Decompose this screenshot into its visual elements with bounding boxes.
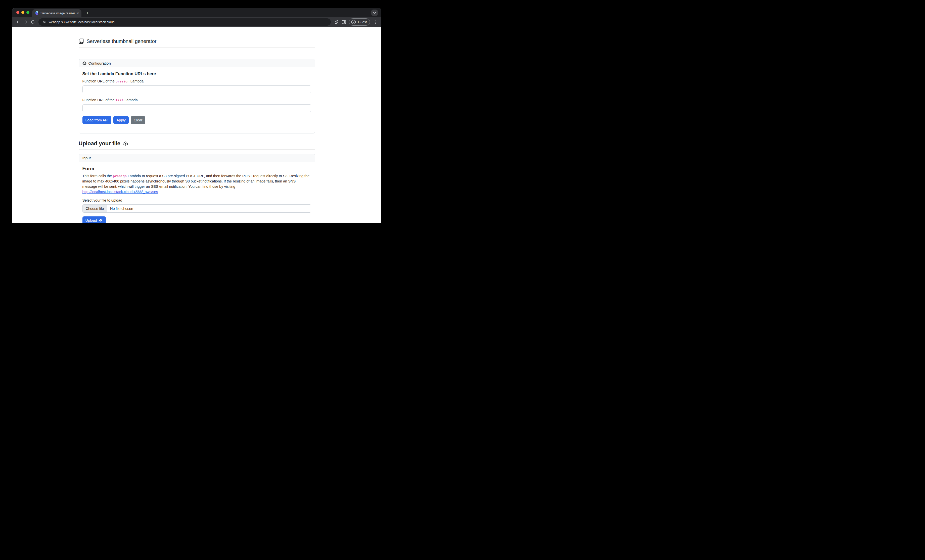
tab-search-button[interactable] <box>371 9 378 16</box>
menu-button[interactable] <box>372 18 379 26</box>
kebab-menu-icon <box>373 20 377 24</box>
upload-section-heading: Upload your file <box>79 140 315 147</box>
battery-saver-button[interactable] <box>333 18 340 26</box>
site-settings-icon[interactable] <box>41 19 47 26</box>
list-code: list <box>116 98 124 102</box>
apply-button[interactable]: Apply <box>113 116 128 124</box>
profile-label: Guest <box>358 20 367 24</box>
input-card-header: Input <box>79 154 315 162</box>
file-input[interactable]: Choose file No file chosen <box>83 204 311 213</box>
upload-button[interactable]: Upload <box>83 217 106 223</box>
url-text[interactable]: webapp.s3-website.localhost.localstack.c… <box>49 20 114 24</box>
presign-url-label: Function URL of the presign Lambda <box>83 79 311 84</box>
form-heading: Form <box>83 166 311 172</box>
page-title: Serverless thumbnail generator <box>79 38 315 45</box>
presign-url-input[interactable] <box>83 86 311 93</box>
back-button[interactable] <box>15 18 22 26</box>
input-card: Input Form This form calls the presign L… <box>79 154 315 223</box>
window-minimize-button[interactable] <box>21 11 24 14</box>
load-from-api-button[interactable]: Load from API <box>83 116 111 124</box>
new-tab-button[interactable]: + <box>84 10 90 16</box>
list-url-label: Function URL of the list Lambda <box>83 98 311 103</box>
window-controls <box>17 11 29 14</box>
reload-icon <box>31 20 35 24</box>
list-url-input[interactable] <box>83 104 311 112</box>
tab-strip: Serverless image resizer × + <box>12 8 381 17</box>
person-icon <box>351 20 356 25</box>
cloud-upload-filled-icon <box>98 218 103 223</box>
leaf-energy-icon <box>334 20 339 24</box>
browser-toolbar: webapp.s3-website.localhost.localstack.c… <box>12 17 381 27</box>
gear-icon <box>83 61 86 65</box>
configuration-card: Configuration Set the Lambda Function UR… <box>79 59 315 134</box>
cloud-upload-icon <box>123 140 129 146</box>
browser-tab[interactable]: Serverless image resizer × <box>32 9 81 17</box>
tab-title: Serverless image resizer <box>41 12 75 15</box>
window-close-button[interactable] <box>17 11 20 14</box>
window-maximize-button[interactable] <box>26 11 29 14</box>
chevron-down-icon <box>373 11 376 14</box>
side-panel-button[interactable] <box>340 18 347 26</box>
choose-file-button[interactable]: Choose file <box>83 205 107 212</box>
back-arrow-icon <box>16 20 20 24</box>
reload-button[interactable] <box>29 18 36 26</box>
configuration-card-title: Configuration <box>89 61 111 66</box>
browser-window: Serverless image resizer × + <box>12 8 381 223</box>
forward-arrow-icon <box>23 20 28 24</box>
file-select-label: Select your file to upload <box>83 198 311 203</box>
side-panel-icon <box>342 20 346 24</box>
page-content: Serverless thumbnail generator Configura… <box>12 27 381 223</box>
form-description: This form calls the presign Lambda to re… <box>83 173 311 194</box>
ses-link[interactable]: http://localhost.localstack.cloud:4566/_… <box>83 190 158 194</box>
clear-button[interactable]: Clear <box>131 116 146 124</box>
lambda-urls-heading: Set the Lambda Function URLs here <box>83 71 311 77</box>
site-favicon-icon <box>35 11 38 15</box>
images-icon <box>79 38 84 44</box>
url-bar[interactable]: webapp.s3-website.localhost.localstack.c… <box>38 18 331 26</box>
configuration-card-header: Configuration <box>79 59 315 67</box>
tab-close-icon[interactable]: × <box>77 12 79 15</box>
presign-code: presign <box>116 80 130 83</box>
presign-code-inline: presign <box>113 174 127 178</box>
profile-button[interactable]: Guest <box>349 18 370 26</box>
input-card-title: Input <box>83 156 91 160</box>
forward-button[interactable] <box>22 18 29 26</box>
file-chosen-text: No file chosen <box>107 205 136 212</box>
